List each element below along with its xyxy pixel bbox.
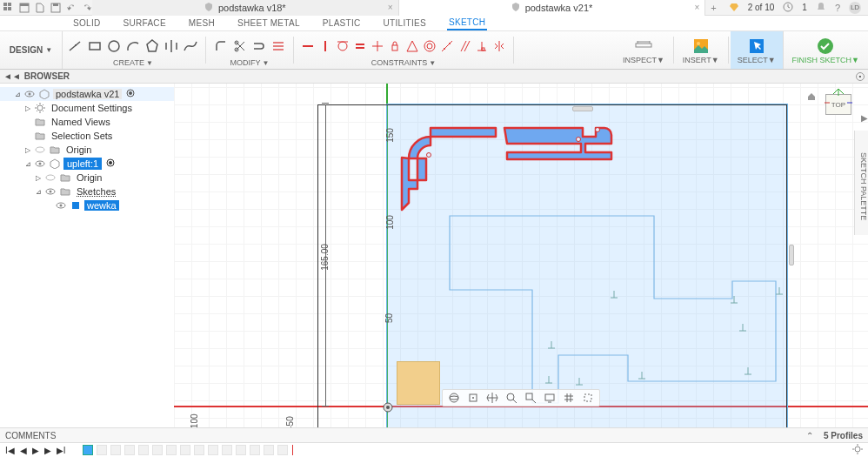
offset-tool-icon[interactable] (251, 38, 267, 54)
timeline-feature[interactable] (278, 446, 287, 454)
grid-settings-icon[interactable] (563, 392, 575, 404)
display-settings-icon[interactable] (544, 392, 556, 404)
pan-icon[interactable] (486, 392, 498, 404)
polygon-tool-icon[interactable] (144, 38, 160, 54)
perpendicular-constraint-icon[interactable] (475, 39, 489, 53)
timeline-next-icon[interactable]: ▶ (44, 446, 51, 455)
undo-icon[interactable] (66, 3, 77, 13)
timeline-feature[interactable] (195, 446, 204, 454)
section-view-indicator[interactable] (397, 361, 440, 405)
timeline-feature[interactable] (125, 446, 134, 454)
app-menu-icon[interactable] (3, 3, 14, 13)
fillet-tool-icon[interactable] (213, 38, 229, 54)
expand-left-icon[interactable]: ▶ (861, 113, 868, 123)
close-tab-icon[interactable]: × (388, 3, 393, 12)
origin-marker[interactable] (383, 402, 393, 414)
help-icon[interactable]: ? (835, 3, 840, 13)
eye-icon[interactable] (55, 202, 67, 209)
tangent-constraint-icon[interactable] (336, 39, 350, 53)
spline-tool-icon[interactable] (183, 38, 198, 54)
job-counter[interactable]: 2 of 10 (748, 3, 775, 12)
coincident-constraint-icon[interactable] (371, 39, 384, 53)
extensions-icon[interactable] (729, 2, 739, 14)
new-tab-icon[interactable]: + (705, 3, 721, 13)
sketch-palette-toggle[interactable]: SKETCH PALETTE (854, 131, 868, 235)
ribbon-tab-surface[interactable]: SURFACE (122, 17, 168, 30)
tree-component[interactable]: ⊿upleft:1 (0, 157, 174, 171)
midpoint-constraint-icon[interactable] (405, 39, 419, 53)
timeline-feature[interactable] (181, 446, 190, 454)
radio-active-icon[interactable] (126, 89, 135, 99)
extend-tool-icon[interactable] (270, 38, 286, 54)
tree-sketch-item[interactable]: wewka (0, 198, 174, 212)
horizontal-constraint-icon[interactable] (301, 39, 315, 53)
radio-active-icon[interactable] (106, 158, 115, 169)
eye-icon[interactable] (44, 188, 57, 195)
trim-tool-icon[interactable] (232, 38, 248, 54)
timeline-feature[interactable] (111, 446, 120, 454)
document-tab-0[interactable]: podstawka v18* × (92, 0, 399, 16)
document-tab-1[interactable]: podstawka v21* × (399, 0, 706, 16)
line-tool-icon[interactable] (68, 38, 83, 54)
redo-icon[interactable] (82, 3, 92, 13)
timeline-feature[interactable] (153, 446, 162, 454)
timeline-feature[interactable] (167, 446, 176, 454)
close-tab-icon[interactable]: × (694, 3, 699, 12)
expand-comments-icon[interactable]: ⌃ (806, 431, 813, 440)
timeline-feature[interactable] (83, 446, 92, 454)
circle-tool-icon[interactable] (106, 38, 122, 54)
timeline-feature[interactable] (250, 446, 259, 454)
clock-icon[interactable] (783, 2, 793, 14)
eye-icon[interactable] (34, 146, 46, 153)
zoom-window-icon[interactable] (524, 392, 537, 404)
snap-settings-icon[interactable] (582, 392, 594, 404)
tree-sketches[interactable]: ⊿Sketches (0, 185, 174, 198)
timeline-feature[interactable] (97, 446, 106, 454)
tree-doc-settings[interactable]: ▷Document Settings (0, 101, 174, 115)
tree-root[interactable]: ⊿ podstawka v21 (0, 87, 174, 101)
view-edge-handle[interactable] (572, 106, 593, 111)
look-at-icon[interactable] (467, 392, 479, 404)
workspace-switcher[interactable]: DESIGN▼ (0, 31, 63, 69)
timeline-feature[interactable] (237, 446, 245, 454)
ribbon-tab-sheet-metal[interactable]: SHEET METAL (236, 17, 302, 30)
eye-icon[interactable] (23, 91, 36, 97)
eye-icon[interactable] (44, 174, 57, 181)
data-panel-icon[interactable] (19, 3, 30, 13)
timeline-settings-icon[interactable] (852, 444, 863, 456)
orbit-icon[interactable] (448, 392, 460, 404)
ribbon-tab-sketch[interactable]: SKETCH (447, 16, 487, 30)
timeline-marker[interactable] (292, 445, 293, 455)
timeline-feature[interactable] (139, 446, 148, 454)
collinear-constraint-icon[interactable] (440, 39, 454, 53)
equal-constraint-icon[interactable] (353, 39, 367, 53)
ribbon-tab-plastic[interactable]: PLASTIC (321, 17, 363, 30)
tree-origin-2[interactable]: ▷Origin (0, 171, 174, 185)
parallel-constraint-icon[interactable] (457, 39, 471, 53)
notification-bell-icon[interactable] (816, 2, 826, 14)
timeline-play-icon[interactable]: ▶ (32, 446, 39, 455)
user-avatar[interactable]: LD (849, 2, 861, 14)
fix-constraint-icon[interactable] (388, 39, 402, 53)
tree-origin[interactable]: ▷Origin (0, 143, 174, 157)
view-edge-handle[interactable] (789, 245, 794, 265)
home-view-icon[interactable] (807, 92, 816, 103)
timeline-end-icon[interactable]: ▶I (57, 446, 66, 455)
concentric-constraint-icon[interactable] (423, 39, 437, 53)
collapse-browser-icon[interactable]: ◄◄ (3, 71, 21, 81)
tree-selection-sets[interactable]: Selection Sets (0, 129, 174, 143)
timeline-start-icon[interactable]: I◀ (5, 446, 15, 455)
ribbon-tab-utilities[interactable]: UTILITIES (382, 17, 428, 30)
finish-sketch-button[interactable]: FINISH SKETCH▼ (783, 31, 868, 69)
file-icon[interactable] (35, 3, 45, 13)
eye-icon[interactable] (34, 160, 46, 167)
insert-menu[interactable]: INSERT▼ (676, 31, 726, 69)
inspect-menu[interactable]: INSPECT▼ (616, 31, 671, 69)
timeline-feature[interactable] (209, 446, 217, 454)
tree-named-views[interactable]: Named Views (0, 115, 174, 129)
viewcube[interactable]: TOP (821, 87, 856, 122)
rectangle-tool-icon[interactable] (87, 38, 103, 54)
ribbon-tab-solid[interactable]: SOLID (71, 17, 103, 30)
mirror-tool-icon[interactable] (164, 38, 179, 54)
symmetry-constraint-icon[interactable] (492, 39, 506, 53)
